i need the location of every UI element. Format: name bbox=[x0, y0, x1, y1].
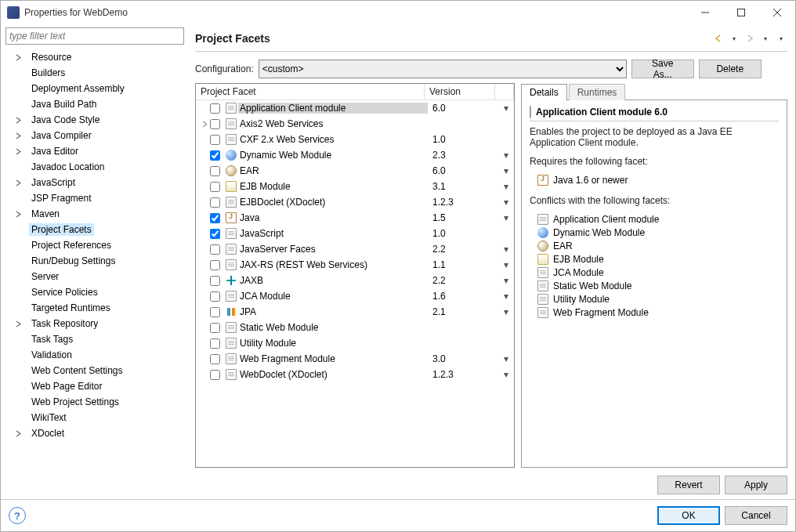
chevron-right-icon[interactable] bbox=[15, 430, 22, 437]
sidebar-item-server[interactable]: Server bbox=[5, 269, 184, 284]
apply-button[interactable]: Apply bbox=[725, 476, 787, 494]
table-row[interactable]: Web Fragment Module3.0▾ bbox=[196, 351, 514, 367]
version-dropdown-icon[interactable]: ▾ bbox=[498, 306, 514, 317]
facet-checkbox[interactable] bbox=[210, 182, 224, 192]
sidebar-item-xdoclet[interactable]: XDoclet bbox=[5, 425, 184, 441]
sidebar-item-builders[interactable]: Builders bbox=[5, 65, 184, 81]
sidebar-item-resource[interactable]: Resource bbox=[5, 49, 184, 65]
col-facet[interactable]: Project Facet bbox=[196, 84, 425, 100]
table-row[interactable]: Application Client module6.0▾ bbox=[196, 100, 514, 116]
table-row[interactable]: Utility Module bbox=[196, 335, 514, 351]
minimize-button[interactable] bbox=[687, 1, 723, 24]
save-as-button[interactable]: Save As... bbox=[631, 60, 694, 78]
facet-checkbox[interactable] bbox=[210, 103, 224, 114]
cancel-button[interactable]: Cancel bbox=[725, 506, 787, 525]
col-version[interactable]: Version bbox=[425, 84, 495, 100]
sidebar-item-validation[interactable]: Validation bbox=[5, 347, 184, 363]
version-dropdown-icon[interactable]: ▾ bbox=[498, 150, 514, 161]
sidebar-item-java-compiler[interactable]: Java Compiler bbox=[5, 128, 184, 143]
sidebar-item-wikitext[interactable]: WikiText bbox=[5, 410, 184, 425]
sidebar-item-targeted-runtimes[interactable]: Targeted Runtimes bbox=[5, 300, 184, 316]
chevron-right-icon[interactable] bbox=[15, 320, 22, 328]
facet-checkbox[interactable] bbox=[210, 370, 224, 380]
version-dropdown-icon[interactable]: ▾ bbox=[498, 103, 514, 114]
table-row[interactable]: Dynamic Web Module2.3▾ bbox=[196, 147, 514, 163]
facet-checkbox[interactable] bbox=[210, 197, 224, 208]
maximize-button[interactable] bbox=[723, 1, 759, 24]
facet-checkbox[interactable] bbox=[210, 338, 224, 349]
facet-checkbox[interactable] bbox=[210, 260, 224, 270]
close-button[interactable] bbox=[759, 1, 795, 24]
sidebar-item-deployment-assembly[interactable]: Deployment Assembly bbox=[5, 81, 184, 96]
version-dropdown-icon[interactable]: ▾ bbox=[498, 353, 514, 364]
sidebar-item-web-content-settings[interactable]: Web Content Settings bbox=[5, 363, 184, 378]
sidebar-item-maven[interactable]: Maven bbox=[5, 206, 184, 222]
chevron-right-icon[interactable] bbox=[15, 132, 22, 139]
view-menu-icon[interactable] bbox=[775, 32, 787, 45]
facet-checkbox[interactable] bbox=[210, 323, 224, 333]
table-row[interactable]: EJB Module3.1▾ bbox=[196, 179, 514, 194]
sidebar-item-web-page-editor[interactable]: Web Page Editor bbox=[5, 378, 184, 394]
sidebar-item-javadoc-location[interactable]: Javadoc Location bbox=[5, 159, 184, 175]
configuration-select[interactable]: <custom> bbox=[259, 60, 627, 78]
table-row[interactable]: Axis2 Web Services bbox=[196, 116, 514, 132]
filter-input[interactable] bbox=[5, 27, 184, 45]
table-row[interactable]: JCA Module1.6▾ bbox=[196, 288, 514, 304]
forward-icon[interactable] bbox=[744, 32, 756, 45]
facet-checkbox[interactable] bbox=[210, 307, 224, 317]
ok-button[interactable]: OK bbox=[657, 506, 720, 525]
version-dropdown-icon[interactable]: ▾ bbox=[498, 165, 514, 176]
sidebar-item-project-facets[interactable]: Project Facets bbox=[5, 222, 184, 237]
version-dropdown-icon[interactable]: ▾ bbox=[498, 212, 514, 223]
version-dropdown-icon[interactable]: ▾ bbox=[498, 275, 514, 286]
version-dropdown-icon[interactable]: ▾ bbox=[498, 369, 514, 380]
sidebar-item-run-debug-settings[interactable]: Run/Debug Settings bbox=[5, 253, 184, 269]
facet-checkbox[interactable] bbox=[210, 213, 224, 223]
table-row[interactable]: Static Web Module bbox=[196, 320, 514, 335]
sidebar-item-web-project-settings[interactable]: Web Project Settings bbox=[5, 394, 184, 410]
version-dropdown-icon[interactable]: ▾ bbox=[498, 259, 514, 270]
facet-checkbox[interactable] bbox=[210, 166, 224, 176]
table-row[interactable]: Java1.5▾ bbox=[196, 210, 514, 226]
facet-checkbox[interactable] bbox=[210, 354, 224, 364]
sidebar-item-service-policies[interactable]: Service Policies bbox=[5, 284, 184, 300]
table-row[interactable]: JAX-RS (REST Web Services)1.1▾ bbox=[196, 257, 514, 273]
facet-checkbox[interactable] bbox=[210, 276, 224, 286]
sidebar-item-java-code-style[interactable]: Java Code Style bbox=[5, 112, 184, 128]
version-dropdown-icon[interactable]: ▾ bbox=[498, 181, 514, 192]
sidebar-item-javascript[interactable]: JavaScript bbox=[5, 175, 184, 190]
version-dropdown-icon[interactable]: ▾ bbox=[498, 197, 514, 208]
facet-checkbox[interactable] bbox=[210, 291, 224, 302]
sidebar-item-task-tags[interactable]: Task Tags bbox=[5, 331, 184, 347]
forward-menu-icon[interactable] bbox=[759, 32, 772, 45]
back-icon[interactable] bbox=[712, 32, 725, 45]
chevron-right-icon[interactable] bbox=[15, 54, 22, 61]
sidebar-item-jsp-fragment[interactable]: JSP Fragment bbox=[5, 190, 184, 206]
revert-button[interactable]: Revert bbox=[657, 476, 720, 494]
chevron-right-icon[interactable] bbox=[15, 211, 22, 218]
help-icon[interactable]: ? bbox=[9, 507, 26, 524]
chevron-right-icon[interactable] bbox=[15, 148, 22, 155]
facet-checkbox[interactable] bbox=[210, 135, 224, 145]
expand-icon[interactable] bbox=[199, 121, 210, 128]
table-row[interactable]: WebDoclet (XDoclet)1.2.3▾ bbox=[196, 367, 514, 382]
sidebar-item-project-references[interactable]: Project References bbox=[5, 237, 184, 253]
tab-details[interactable]: Details bbox=[521, 84, 567, 100]
table-row[interactable]: CXF 2.x Web Services1.0 bbox=[196, 132, 514, 147]
sidebar-item-java-build-path[interactable]: Java Build Path bbox=[5, 96, 184, 112]
facet-checkbox[interactable] bbox=[210, 119, 224, 129]
chevron-right-icon[interactable] bbox=[15, 179, 22, 186]
delete-button[interactable]: Delete bbox=[699, 60, 762, 78]
version-dropdown-icon[interactable]: ▾ bbox=[498, 291, 514, 302]
table-row[interactable]: EJBDoclet (XDoclet)1.2.3▾ bbox=[196, 194, 514, 210]
table-row[interactable]: JavaScript1.0 bbox=[196, 226, 514, 241]
table-row[interactable]: EAR6.0▾ bbox=[196, 163, 514, 179]
sidebar-item-task-repository[interactable]: Task Repository bbox=[5, 316, 184, 331]
facet-checkbox[interactable] bbox=[210, 229, 224, 239]
table-row[interactable]: JPA2.1▾ bbox=[196, 304, 514, 320]
facet-checkbox[interactable] bbox=[210, 150, 224, 161]
table-row[interactable]: JavaServer Faces2.2▾ bbox=[196, 241, 514, 257]
version-dropdown-icon[interactable]: ▾ bbox=[498, 244, 514, 255]
back-menu-icon[interactable] bbox=[728, 32, 740, 45]
chevron-right-icon[interactable] bbox=[15, 117, 22, 124]
